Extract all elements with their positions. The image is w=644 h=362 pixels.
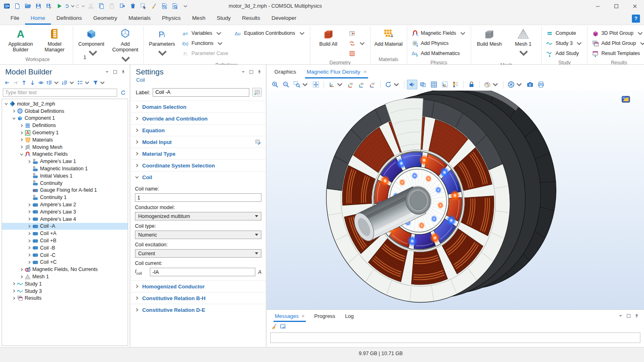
tree-item[interactable]: Gauge Fixing for A-field 1: [2, 187, 128, 194]
print-button[interactable]: [536, 80, 546, 89]
panel-pin-icon[interactable]: [257, 70, 262, 74]
tree-item[interactable]: Moving Mesh: [2, 144, 128, 151]
tree-expander[interactable]: [27, 217, 32, 221]
new-file-button[interactable]: [12, 1, 23, 11]
tree-expander[interactable]: [27, 160, 32, 163]
section-domain-selection[interactable]: Domain Selection: [130, 101, 266, 112]
3d-plot-group-button[interactable]: 3D Plot Group: [591, 28, 644, 38]
tree-item[interactable]: Definitions: [2, 122, 128, 129]
phead-menu-icon[interactable]: [618, 313, 623, 318]
zoom-extents-button[interactable]: [311, 80, 321, 89]
tree-expander[interactable]: [27, 253, 32, 257]
tree-expander[interactable]: [19, 275, 24, 279]
tree-item[interactable]: Ampère's Law 3: [2, 208, 128, 216]
duplicate-button[interactable]: [117, 1, 128, 11]
tree-item[interactable]: DInitial Values 1: [2, 172, 128, 180]
app-logo-button[interactable]: [2, 1, 12, 11]
tree-item[interactable]: Mesh 1: [2, 273, 128, 280]
close-button[interactable]: [625, 0, 644, 12]
tree-item[interactable]: DContinuity: [2, 180, 128, 187]
phead-pin-icon[interactable]: [634, 313, 639, 318]
ribbon-tab-results[interactable]: Results: [236, 12, 266, 25]
messages-output[interactable]: [270, 332, 640, 343]
rotate-button[interactable]: [383, 80, 402, 89]
study-3-button[interactable]: Study 3: [545, 38, 583, 48]
add-mathematics-button[interactable]: ΔuAdd Mathematics: [411, 49, 467, 58]
add-plot-group-button[interactable]: Add Plot Group: [591, 38, 644, 48]
scene-light-button[interactable]: [407, 80, 417, 89]
tree-item[interactable]: Global Definitions: [2, 108, 128, 115]
tree-expander[interactable]: [19, 138, 24, 142]
tree-expander[interactable]: [19, 124, 24, 127]
tree-expander[interactable]: [27, 246, 32, 250]
ribbon-tab-study[interactable]: Study: [211, 12, 236, 25]
phead-float-icon[interactable]: [626, 313, 631, 318]
screenshot-camera-button[interactable]: [525, 80, 535, 89]
tree-item[interactable]: Magnetic Fields, No Currents: [2, 266, 128, 273]
maximize-button[interactable]: [607, 0, 625, 12]
mesh-1-button[interactable]: Mesh 1: [509, 27, 538, 61]
build-all-button[interactable]: Build All: [314, 27, 343, 58]
panel-menu-icon[interactable]: [241, 70, 246, 74]
tree-item[interactable]: DMagnetic Insulation 1: [2, 165, 128, 172]
coil-current-input[interactable]: [150, 268, 255, 276]
collapse-all-button[interactable]: [61, 78, 76, 87]
expand-all-button[interactable]: [46, 78, 60, 87]
tab-close-icon[interactable]: ×: [301, 313, 305, 319]
tree-expander[interactable]: [27, 210, 32, 214]
environment-button[interactable]: [482, 80, 501, 89]
conductor-model-select[interactable]: Homogenized multiturn: [135, 212, 261, 220]
tree-expander[interactable]: [27, 232, 32, 235]
tree-item[interactable]: Coil -C: [2, 252, 128, 259]
section-override-and-contribution[interactable]: Override and Contribution: [130, 112, 266, 124]
coil-name-input[interactable]: [135, 193, 261, 202]
tree-expander[interactable]: [19, 152, 24, 156]
tree-item[interactable]: DContinuity 1: [2, 194, 128, 201]
graphics-canvas[interactable]: [267, 91, 644, 309]
tree-expander[interactable]: [19, 268, 24, 271]
tree-item[interactable]: Coil +B: [2, 237, 128, 244]
panel-pin-icon[interactable]: [121, 70, 126, 74]
lock-button[interactable]: [466, 80, 477, 89]
view-yz-button[interactable]: yz: [356, 80, 367, 89]
ribbon-tab-mesh[interactable]: Mesh: [186, 12, 211, 25]
node-label-input[interactable]: [153, 88, 249, 97]
filter-button[interactable]: [92, 78, 106, 87]
paste-button[interactable]: [107, 1, 117, 11]
graphics-tab-graphics[interactable]: Graphics: [273, 65, 298, 78]
ribbon-tab-geometry[interactable]: Geometry: [88, 12, 123, 25]
transparency-button[interactable]: [418, 80, 428, 89]
axis-orientation-button[interactable]: [440, 80, 450, 89]
open-file-button[interactable]: [23, 1, 33, 11]
go-to-view-button[interactable]: [326, 80, 345, 89]
tree-expander[interactable]: [11, 289, 17, 293]
coil-excitation-select[interactable]: Current: [135, 249, 261, 258]
section-model-input[interactable]: Model Input: [130, 136, 266, 148]
section-equation[interactable]: Equation: [130, 124, 266, 136]
rename-button[interactable]: [252, 88, 262, 97]
ribbon-tab-materials[interactable]: Materials: [123, 12, 156, 25]
section-coordinate-system-selection[interactable]: Coordinate System Selection: [130, 159, 266, 171]
copy-button[interactable]: [96, 1, 107, 11]
view-xz-button[interactable]: xz: [367, 80, 378, 89]
save-button[interactable]: [33, 1, 44, 11]
nav-back-button[interactable]: [3, 78, 11, 87]
show-button[interactable]: [37, 78, 45, 87]
zoom-out-button[interactable]: [281, 80, 291, 89]
section-coil[interactable]: Coil: [130, 171, 266, 183]
select-button[interactable]: [138, 1, 149, 11]
application-builder-button[interactable]: AApplication Builder: [6, 27, 35, 55]
parameter-case-button[interactable]: PiParameter Case: [181, 49, 229, 58]
component-1-button[interactable]: Component 1: [77, 27, 106, 66]
tree-item[interactable]: AGeometry 1: [2, 129, 128, 136]
minimize-button[interactable]: [588, 0, 607, 12]
model-tree-nodes-button[interactable]: [76, 78, 91, 87]
compute-button[interactable]: Compute: [545, 28, 583, 38]
edit-table-icon[interactable]: [255, 139, 261, 145]
update-geometry-button[interactable]: [348, 38, 366, 48]
messages-tab-progress[interactable]: Progress: [313, 310, 337, 322]
add-component-button[interactable]: Add Component: [111, 27, 140, 66]
tree-item[interactable]: DAmpère's Law 1: [2, 158, 128, 165]
tree-expander[interactable]: [11, 116, 17, 120]
variables-button[interactable]: a=Variables: [181, 28, 229, 38]
